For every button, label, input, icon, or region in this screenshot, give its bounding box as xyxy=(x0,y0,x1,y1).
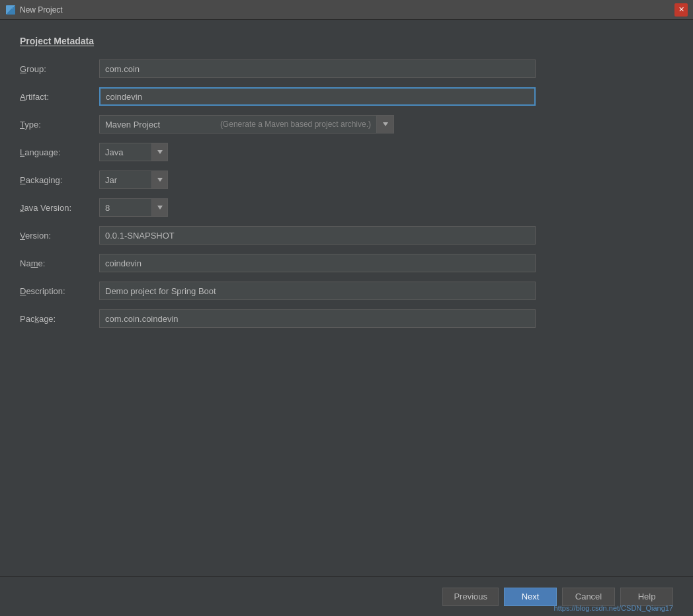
new-project-window: New Project ✕ Project Metadata Group: Ar… xyxy=(0,0,693,616)
version-label: Version: xyxy=(20,231,93,241)
package-label: Package: xyxy=(20,314,93,324)
version-input[interactable] xyxy=(99,226,536,245)
java-version-select-wrapper: 8 xyxy=(99,198,168,217)
titlebar: New Project ✕ xyxy=(0,0,693,20)
footer-link: https://blog.csdn.net/CSDN_Qiang17 xyxy=(554,604,673,612)
packaging-row: Packaging: Jar xyxy=(20,171,673,189)
language-dropdown-button[interactable] xyxy=(152,143,168,161)
type-dropdown-button[interactable] xyxy=(377,115,394,134)
language-select-wrapper: Java xyxy=(99,143,168,161)
artifact-label: Artifact: xyxy=(20,92,93,102)
language-row: Language: Java xyxy=(20,143,673,161)
type-row: Type: Maven Project (Generate a Maven ba… xyxy=(20,115,673,134)
main-content: Project Metadata Group: Artifact: Type: xyxy=(0,20,693,576)
name-label: Name: xyxy=(20,258,93,268)
description-input[interactable] xyxy=(99,282,536,300)
form-area: Group: Artifact: Type: Maven Project xyxy=(20,59,673,328)
help-button[interactable]: Help xyxy=(620,588,673,606)
chevron-down-icon xyxy=(157,206,163,210)
chevron-down-icon xyxy=(157,178,163,182)
java-version-dropdown-button[interactable] xyxy=(152,198,168,217)
packaging-select-wrapper: Jar xyxy=(99,171,168,189)
description-label: Description: xyxy=(20,286,93,296)
packaging-value: Jar xyxy=(99,171,152,189)
name-input[interactable] xyxy=(99,254,536,272)
description-row: Description: xyxy=(20,282,673,300)
java-version-row: Java Version: 8 xyxy=(20,198,673,217)
type-select-display: Maven Project (Generate a Maven based pr… xyxy=(99,115,377,134)
group-row: Group: xyxy=(20,59,673,78)
package-input[interactable] xyxy=(99,309,536,328)
package-row: Package: xyxy=(20,309,673,328)
previous-button[interactable]: Previous xyxy=(442,588,499,606)
packaging-dropdown-button[interactable] xyxy=(152,171,168,189)
language-value: Java xyxy=(99,143,152,161)
group-input[interactable] xyxy=(99,59,536,78)
type-hint: (Generate a Maven based project archive.… xyxy=(220,120,371,129)
titlebar-title: New Project xyxy=(20,5,674,15)
name-row: Name: xyxy=(20,254,673,272)
footer: Previous Next Cancel Help https://blog.c… xyxy=(0,576,693,616)
type-label: Type: xyxy=(20,120,93,130)
packaging-label: Packaging: xyxy=(20,175,93,185)
close-button[interactable]: ✕ xyxy=(674,3,688,17)
app-icon xyxy=(6,5,15,15)
cancel-button[interactable]: Cancel xyxy=(562,588,615,606)
titlebar-icon xyxy=(5,5,16,15)
chevron-down-icon xyxy=(157,150,163,154)
section-title: Project Metadata xyxy=(20,36,673,46)
type-value: Maven Project xyxy=(105,120,218,130)
next-button[interactable]: Next xyxy=(504,588,557,606)
java-version-value: 8 xyxy=(99,198,152,217)
group-label: Group: xyxy=(20,64,93,74)
artifact-input[interactable] xyxy=(99,87,536,106)
java-version-label: Java Version: xyxy=(20,203,93,213)
artifact-row: Artifact: xyxy=(20,87,673,106)
type-select-wrapper: Maven Project (Generate a Maven based pr… xyxy=(99,115,394,134)
chevron-down-icon xyxy=(383,122,388,126)
language-label: Language: xyxy=(20,147,93,157)
version-row: Version: xyxy=(20,226,673,245)
